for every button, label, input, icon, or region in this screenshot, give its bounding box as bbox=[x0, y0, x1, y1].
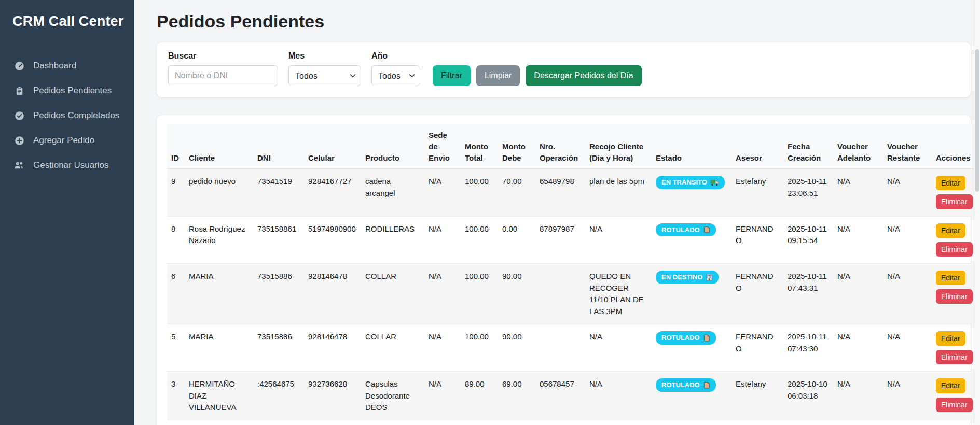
column-header: Voucher Restante bbox=[883, 124, 932, 169]
plus-circle-icon bbox=[14, 135, 24, 146]
delete-button[interactable]: Eliminar bbox=[936, 242, 973, 257]
cell-actions: EditarEliminar bbox=[932, 169, 980, 216]
cell-asesor: FERNANDO bbox=[731, 216, 783, 263]
cell-actions: EditarEliminar bbox=[932, 264, 980, 324]
cell-estado: ROTULADO bbox=[652, 372, 731, 420]
cell-voucher_restante: N/A bbox=[883, 169, 932, 216]
delete-button[interactable]: Eliminar bbox=[936, 398, 973, 412]
cell-dni: 73515886 bbox=[253, 264, 304, 324]
cell-voucher_adelanto: N/A bbox=[833, 324, 883, 372]
building-icon bbox=[706, 274, 713, 281]
sidebar-item-label: Gestionar Usuarios bbox=[33, 160, 109, 171]
edit-button[interactable]: Editar bbox=[936, 271, 965, 285]
status-label: ROTULADO bbox=[661, 334, 700, 342]
cell-cliente: MARIA bbox=[185, 324, 253, 372]
cell-estado: ROTULADO bbox=[652, 324, 731, 372]
cell-nro_operacion: 65489798 bbox=[535, 169, 585, 216]
cell-fecha: 2025-10-11 07:43:30 bbox=[783, 324, 833, 372]
status-badge: ROTULADO bbox=[656, 378, 716, 392]
vertical-scrollbar[interactable] bbox=[974, 0, 980, 425]
sidebar-item-label: Agregar Pedido bbox=[33, 135, 94, 146]
edit-button[interactable]: Editar bbox=[936, 223, 965, 238]
edit-button[interactable]: Editar bbox=[936, 378, 965, 393]
sidebar-item-gestionar-usuarios[interactable]: Gestionar Usuarios bbox=[0, 153, 134, 178]
cell-celular: 9284167727 bbox=[304, 169, 361, 216]
sidebar-item-agregar-pedido[interactable]: Agregar Pedido bbox=[0, 128, 134, 153]
sidebar-item-label: Pedidos Completados bbox=[33, 110, 119, 121]
cell-actions: EditarEliminar bbox=[932, 372, 980, 420]
cell-voucher_adelanto: N/A bbox=[833, 264, 883, 324]
cell-dni: :42564675 bbox=[253, 372, 304, 420]
cell-celular: 51974980900 bbox=[304, 216, 361, 263]
cell-producto: COLLAR bbox=[361, 324, 424, 372]
cell-recojo: N/A bbox=[585, 216, 652, 263]
cell-fecha: 2025-10-11 09:15:54 bbox=[783, 216, 833, 263]
cell-monto_total: 100.00 bbox=[461, 169, 498, 216]
filter-actions: Filtrar Limpiar Descargar Pedidos del Dí… bbox=[433, 65, 642, 86]
package-icon bbox=[703, 381, 710, 389]
filter-button[interactable]: Filtrar bbox=[433, 65, 471, 86]
delete-button[interactable]: Eliminar bbox=[936, 194, 973, 209]
sidebar-item-dashboard[interactable]: Dashboard bbox=[0, 53, 134, 78]
cell-recojo: N/A bbox=[585, 372, 652, 420]
cell-sede: N/A bbox=[424, 169, 461, 216]
cell-producto: Capsulas Desodorante DEOS bbox=[361, 372, 424, 420]
cell-recojo: N/A bbox=[585, 324, 652, 372]
edit-button[interactable]: Editar bbox=[936, 176, 965, 190]
cell-actions: EditarEliminar bbox=[932, 216, 980, 263]
column-header: Monto Total bbox=[461, 124, 498, 169]
column-header: Sede de Envío bbox=[424, 124, 461, 169]
users-icon bbox=[14, 160, 24, 171]
sidebar-item-pedidos-pendientes[interactable]: Pedidos Pendientes bbox=[0, 78, 134, 103]
cell-celular: 928146478 bbox=[304, 264, 361, 324]
column-header: Acciones bbox=[932, 124, 980, 169]
delete-button[interactable]: Eliminar bbox=[936, 289, 973, 304]
cell-celular: 932736628 bbox=[304, 372, 361, 420]
cell-voucher_adelanto: N/A bbox=[833, 372, 883, 420]
delete-button[interactable]: Eliminar bbox=[936, 350, 973, 364]
clipboard-icon bbox=[14, 86, 24, 96]
cell-monto_total: 100.00 bbox=[461, 216, 498, 263]
cell-celular: 928146478 bbox=[304, 324, 361, 372]
search-field-group: Buscar bbox=[168, 51, 278, 86]
scrollbar-thumb[interactable] bbox=[975, 49, 979, 192]
orders-table: IDClienteDNICelularProductoSede de Envío… bbox=[167, 124, 980, 420]
column-header: Monto Debe bbox=[498, 124, 535, 169]
cell-fecha: 2025-10-11 07:43:31 bbox=[783, 264, 833, 324]
sidebar-item-pedidos-completados[interactable]: Pedidos Completados bbox=[0, 103, 134, 128]
cell-id: 5 bbox=[167, 324, 185, 372]
edit-button[interactable]: Editar bbox=[936, 331, 965, 346]
search-input[interactable] bbox=[168, 65, 278, 86]
cell-recojo: plan de las 5pm bbox=[585, 169, 652, 216]
cell-dni: 73541519 bbox=[253, 169, 304, 216]
cell-sede: N/A bbox=[424, 372, 461, 420]
year-select[interactable]: Todos bbox=[371, 65, 420, 86]
cell-id: 6 bbox=[167, 264, 185, 324]
cell-voucher_restante: N/A bbox=[883, 324, 932, 372]
table-row: 3HERMITAÑO DIAZ VILLANUEVA:4256467593273… bbox=[167, 372, 980, 420]
orders-table-card: IDClienteDNICelularProductoSede de Envío… bbox=[157, 115, 971, 425]
app-title: CRM Call Center bbox=[0, 0, 134, 30]
clear-button[interactable]: Limpiar bbox=[476, 65, 520, 86]
table-row: 8Rosa Rodríguez Nazario73515886151974980… bbox=[167, 216, 980, 263]
cell-estado: EN TRANSITO bbox=[652, 169, 731, 216]
cell-nro_operacion: 05678457 bbox=[535, 372, 585, 420]
column-header: Voucher Adelanto bbox=[833, 124, 883, 169]
cell-monto_total: 100.00 bbox=[461, 324, 498, 372]
column-header: ID bbox=[167, 124, 185, 169]
truck-icon bbox=[710, 179, 719, 186]
download-orders-button[interactable]: Descargar Pedidos del Día bbox=[526, 65, 641, 86]
year-field-group: Año Todos bbox=[371, 51, 420, 86]
cell-voucher_adelanto: N/A bbox=[833, 216, 883, 263]
cell-fecha: 2025-10-10 06:03:18 bbox=[783, 372, 833, 420]
cell-monto_total: 100.00 bbox=[461, 264, 498, 324]
cell-fecha: 2025-10-11 23:06:51 bbox=[783, 169, 833, 216]
cell-asesor: Estefany bbox=[731, 372, 783, 420]
cell-cliente: Rosa Rodríguez Nazario bbox=[185, 216, 253, 263]
table-row: 5MARIA73515886928146478COLLARN/A100.0090… bbox=[167, 324, 980, 372]
table-body: 9pedido nuevo735415199284167727cadena ar… bbox=[167, 169, 980, 420]
month-select[interactable]: Todos bbox=[288, 65, 361, 86]
table-row: 6MARIA73515886928146478COLLARN/A100.0090… bbox=[167, 264, 980, 324]
cell-monto_total: 89.00 bbox=[461, 372, 498, 420]
cell-dni: 73515886 bbox=[253, 324, 304, 372]
